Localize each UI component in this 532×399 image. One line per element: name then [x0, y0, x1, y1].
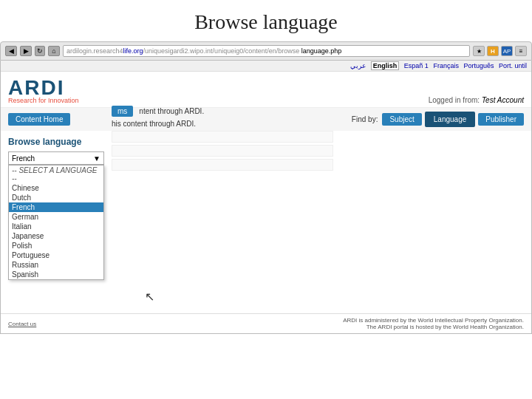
- browser-chrome: ◀ ▶ ↻ ⌂ ardilogin.research4life.org/uniq…: [0, 41, 532, 61]
- contact-us[interactable]: Contact us: [8, 321, 36, 327]
- back-button[interactable]: ◀: [5, 46, 17, 56]
- empty-row-3: [112, 159, 333, 171]
- address-bar[interactable]: ardilogin.research4life.org/uniquesigard…: [63, 45, 470, 57]
- dropdown-item-portuguese[interactable]: Portuguese: [9, 250, 103, 260]
- logo-area: ARDI Research for Innovation: [8, 76, 79, 104]
- content-rows: ms ntent through ARDI. his content throu…: [112, 106, 524, 171]
- language-select[interactable]: French ▼: [8, 151, 104, 165]
- dropdown-item-placeholder[interactable]: -- SELECT A LANGUAGE --: [9, 166, 103, 183]
- slide-title: Browse language: [0, 0, 532, 41]
- dropdown-item-chinese[interactable]: Chinese: [9, 183, 103, 193]
- admin-line2: The ARDI portal is hosted by the World H…: [343, 324, 524, 330]
- menu-icon-h[interactable]: H: [487, 46, 499, 56]
- menu-icon-a[interactable]: AP: [501, 46, 513, 56]
- dropdown-item-french[interactable]: French: [9, 202, 103, 212]
- lang-port-until[interactable]: Port. until: [499, 62, 527, 69]
- lang-arabic[interactable]: عربي: [350, 62, 366, 69]
- home-button[interactable]: ⌂: [48, 46, 60, 56]
- language-bar: عربي English Españ 1 Français Português …: [1, 61, 531, 72]
- menu-icon-extra[interactable]: ≡: [515, 46, 527, 56]
- site-header: ARDI Research for Innovation Logged in f…: [1, 72, 531, 108]
- row-text-1: ntent through ARDI.: [139, 107, 204, 115]
- dropdown-item-russian[interactable]: Russian: [9, 260, 103, 270]
- dropdown-item-dutch[interactable]: Dutch: [9, 193, 103, 202]
- dropdown-item-german[interactable]: German: [9, 212, 103, 222]
- logged-in-area: Logged in from: Test Account: [429, 96, 524, 104]
- logo-tagline: Research for Innovation: [8, 97, 79, 104]
- content-home-button[interactable]: Content Home: [8, 113, 70, 126]
- content-row-2: his content through ARDI.: [112, 120, 524, 128]
- lang-english[interactable]: English: [371, 61, 400, 70]
- dropdown-item-polish[interactable]: Polish: [9, 241, 103, 250]
- cursor: ↖: [145, 290, 154, 304]
- admin-line1: ARDI is administered by the World Intell…: [343, 317, 524, 324]
- dropdown-item-japanese[interactable]: Japanese: [9, 231, 103, 241]
- row-button-1[interactable]: ms: [112, 106, 133, 117]
- refresh-button[interactable]: ↻: [35, 46, 45, 56]
- dropdown-item-spanish[interactable]: Spanish: [9, 270, 103, 279]
- empty-row-2: [112, 145, 333, 157]
- main-content: Browse language French ▼ -- SELECT A LAN…: [1, 131, 531, 179]
- selected-language: French: [12, 154, 35, 163]
- lang-espanol[interactable]: Españ 1: [404, 62, 429, 69]
- logged-in-label: Logged in from:: [429, 96, 480, 104]
- empty-row-1: [112, 131, 333, 143]
- url-text: ardilogin.research4life.org/uniquesigard…: [66, 47, 341, 55]
- browser-body: عربي English Españ 1 Français Português …: [0, 61, 532, 334]
- forward-button[interactable]: ▶: [20, 46, 32, 56]
- footer-admin-text: ARDI is administered by the World Intell…: [343, 317, 524, 330]
- browser-icons: ★ H AP ≡: [473, 46, 527, 56]
- bookmark-icon[interactable]: ★: [473, 46, 485, 56]
- lang-francais[interactable]: Français: [433, 62, 459, 69]
- language-dropdown-container: French ▼ -- SELECT A LANGUAGE -- Chinese…: [8, 151, 104, 165]
- dropdown-item-italian[interactable]: Italian: [9, 222, 103, 231]
- lang-portugues[interactable]: Português: [463, 62, 494, 69]
- site-footer: Contact us ARDI is administered by the W…: [1, 313, 531, 333]
- logged-in-account: Test Account: [482, 96, 524, 104]
- row-text-2: his content through ARDI.: [112, 120, 196, 128]
- dropdown-arrow: ▼: [93, 154, 100, 163]
- dropdown-menu: -- SELECT A LANGUAGE -- Chinese Dutch Fr…: [8, 165, 104, 280]
- content-row-1: ms ntent through ARDI.: [112, 106, 524, 117]
